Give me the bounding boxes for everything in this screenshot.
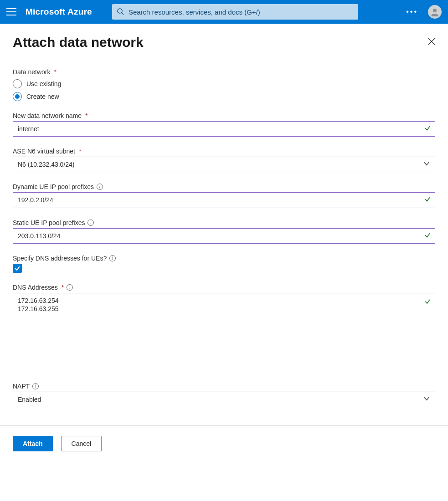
info-icon[interactable]: i [88,220,94,226]
radio-label-new: Create new [26,93,59,100]
specify-dns-checkbox[interactable] [13,264,22,273]
topbar-right: ••• [406,5,442,19]
subnet-select-value: N6 (10.232.43.0/24) [18,161,75,168]
napt-label: NAPT i [13,383,435,390]
specify-dns-label-text: Specify DNS addresses for UEs? [13,255,107,262]
static-pool-field: Static UE IP pool prefixes i [13,219,435,244]
napt-select-value: Enabled [18,396,41,403]
cancel-button[interactable]: Cancel [61,436,102,451]
info-icon[interactable]: i [32,383,39,389]
static-pool-label-text: Static UE IP pool prefixes [13,219,85,226]
new-name-label-text: New data network name [13,112,82,119]
subnet-select[interactable]: N6 (10.232.43.0/24) [13,157,435,172]
svg-point-2 [433,9,437,12]
new-name-field: New data network name* [13,112,435,137]
radio-icon [13,92,22,101]
static-pool-label: Static UE IP pool prefixes i [13,219,435,226]
subnet-field: ASE N6 virtual subnet* N6 (10.232.43.0/2… [13,148,435,172]
info-icon[interactable]: i [97,184,103,190]
radio-use-existing[interactable]: Use existing [13,79,435,88]
specify-dns-label: Specify DNS addresses for UEs? i [13,255,435,262]
data-network-label: Data network* [13,68,435,76]
attach-button[interactable]: Attach [13,436,53,451]
required-asterisk: * [79,148,81,155]
svg-line-1 [122,13,124,15]
data-network-label-text: Data network [13,68,50,76]
brand-label: Microsoft Azure [26,7,92,17]
user-avatar[interactable] [428,5,442,19]
svg-point-0 [118,9,122,13]
radio-create-new[interactable]: Create new [13,92,435,101]
dynamic-pool-input[interactable] [13,192,435,208]
new-name-label: New data network name* [13,112,435,119]
valid-check-icon [424,196,431,204]
dns-addresses-label-text: DNS Addresses [13,284,58,291]
dynamic-pool-field: Dynamic UE IP pool prefixes i [13,183,435,208]
subnet-label: ASE N6 virtual subnet* [13,148,435,155]
hamburger-menu-icon[interactable] [6,8,16,15]
global-search-input[interactable] [112,4,358,20]
dns-addresses-textarea[interactable] [13,293,435,370]
more-actions-icon[interactable]: ••• [406,8,418,16]
page-title-row: Attach data network [0,24,448,55]
dynamic-pool-label-text: Dynamic UE IP pool prefixes [13,183,94,190]
info-icon[interactable]: i [109,255,116,261]
search-icon [117,8,124,16]
attach-data-network-form: Data network* Use existing Create new Ne… [0,55,448,407]
required-asterisk: * [62,284,64,291]
valid-check-icon [424,232,431,240]
info-icon[interactable]: i [67,284,73,291]
azure-topbar: Microsoft Azure ••• [0,0,448,24]
page-title: Attach data network [13,35,144,50]
required-asterisk: * [85,112,88,119]
subnet-label-text: ASE N6 virtual subnet [13,148,75,155]
dynamic-pool-label: Dynamic UE IP pool prefixes i [13,183,435,190]
radio-icon [13,79,22,88]
static-pool-input[interactable] [13,228,435,244]
new-name-input[interactable] [13,121,435,137]
required-asterisk: * [54,68,56,76]
valid-check-icon [424,125,431,133]
napt-select[interactable]: Enabled [13,392,435,407]
radio-label-existing: Use existing [26,80,61,87]
global-search [112,4,358,20]
valid-check-icon [424,298,431,306]
napt-label-text: NAPT [13,383,30,390]
close-icon[interactable] [428,38,435,47]
napt-field: NAPT i Enabled [13,383,435,407]
footer: Attach Cancel [0,426,448,464]
specify-dns-field: Specify DNS addresses for UEs? i [13,255,435,273]
dns-addresses-field: DNS Addresses* i [13,284,435,372]
dns-addresses-label: DNS Addresses* i [13,284,435,291]
